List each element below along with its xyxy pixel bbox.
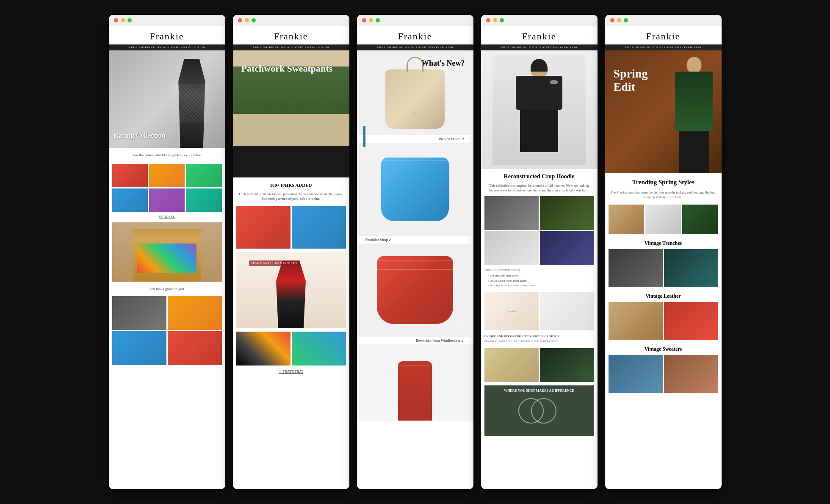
traffic-light-close-4[interactable] [486, 18, 490, 22]
mid-item-2[interactable] [540, 292, 594, 330]
box-flap [132, 229, 202, 239]
screen5-hero: Spring Edit [605, 50, 722, 173]
bullets: • 104 litres of water saved • 115 kg sav… [481, 273, 598, 291]
grid-item-5[interactable] [149, 188, 185, 212]
pleat-3 [357, 160, 473, 161]
hood [531, 59, 548, 72]
traffic-light-close-5[interactable] [610, 18, 614, 22]
traffic-light-close-2[interactable] [238, 18, 242, 22]
screen4-content: Frankie FREE SHIPPING ON ALL ORDERS OVER… [481, 26, 598, 489]
shoulder-strap-blue [363, 126, 365, 147]
legs [520, 110, 558, 152]
venn-text: WHERE YOU SHOP MAKES A DIFFERENCE [484, 389, 594, 393]
traffic-light-close[interactable] [114, 18, 118, 22]
pleat-1 [357, 147, 473, 148]
browser-chrome-4 [481, 15, 598, 26]
s2b-item-1[interactable] [236, 332, 290, 366]
screen2-full-img: HARVARD UNIVERSITY [236, 252, 346, 328]
sweater-item-1[interactable] [609, 355, 663, 393]
sweater-item-2[interactable] [664, 355, 718, 393]
leather-item-1[interactable] [609, 302, 663, 340]
brand-logo-2: Frankie [233, 31, 349, 42]
traffic-light-minimize-5[interactable] [617, 18, 621, 22]
traffic-light-maximize-2[interactable] [252, 18, 256, 22]
eco-item-4[interactable] [168, 331, 222, 365]
site-banner-5: FREE SHIPPING ON ALL ORDERS OVER $150 [605, 44, 722, 50]
screen2-bottom-grid [233, 330, 349, 367]
traffic-light-minimize-2[interactable] [245, 18, 249, 22]
browser-chrome-1 [109, 15, 225, 26]
frankie-label-img: Frankie [484, 292, 539, 330]
spring-jacket [675, 72, 713, 131]
product-title: UNIQUE AND RECONSTRUCTED HOODIE CROP TOP [484, 335, 594, 339]
annotation1: Pleated Detail ↗ [357, 135, 473, 143]
grid-item-4[interactable] [112, 188, 148, 212]
traffic-light-maximize-5[interactable] [624, 18, 628, 22]
s2b-item-2[interactable] [292, 332, 346, 366]
screen3-content: Frankie FREE SHIPPING ON ALL ORDERS OVER… [357, 26, 473, 489]
s5t-item-3[interactable] [682, 205, 718, 234]
whats-new-text: What's New? [421, 59, 465, 68]
hoodie-scene [492, 55, 586, 165]
site-banner-4: FREE SHIPPING ON ALL ORDERS OVER $150 [481, 44, 598, 50]
adidas-label: adidas [451, 324, 465, 328]
screen3-whats-new: What's New? ✓ [357, 50, 473, 135]
screen4-venn: WHERE YOU SHOP MAKES A DIFFERENCE [484, 385, 594, 436]
screen3-bag-red: adidas [357, 244, 473, 337]
screen1-view-all[interactable]: VIEW ALL [109, 213, 225, 221]
eco-item-2[interactable] [168, 296, 222, 330]
s4b-item-2[interactable] [540, 348, 594, 382]
leather-item-2[interactable] [664, 302, 718, 340]
traffic-light-maximize-4[interactable] [500, 18, 504, 22]
browser-chrome-3 [357, 15, 473, 26]
bag-bottom-red [398, 361, 432, 421]
s5t-item-2[interactable] [645, 205, 681, 234]
grid-item-3[interactable] [186, 164, 221, 187]
trench-item-2[interactable] [664, 249, 718, 287]
hoodie-figure-wrap [512, 59, 567, 165]
s4-item-4[interactable] [540, 231, 594, 265]
site-banner-2: FREE SHIPPING ON ALL ORDERS OVER $150 [233, 44, 349, 50]
product-section: UNIQUE AND RECONSTRUCTED HOODIE CROP TOP… [481, 332, 598, 346]
traffic-light-minimize-4[interactable] [493, 18, 497, 22]
s4-item-2[interactable] [540, 196, 594, 230]
s2-item-1[interactable] [236, 206, 290, 249]
bag-bottom-pleat [398, 366, 432, 366]
box-contents [137, 244, 196, 273]
browser-window-4: Frankie FREE SHIPPING ON ALL ORDERS OVER… [481, 15, 598, 489]
grid-item-2[interactable] [149, 164, 185, 187]
bag-red: adidas [377, 256, 453, 324]
eco-item-1[interactable] [112, 296, 166, 330]
mid-item-1[interactable]: Frankie [484, 292, 539, 330]
annotation2: Shoulder Strap ↙ [357, 236, 473, 244]
leather-images [605, 300, 722, 342]
trench-item-1[interactable] [609, 249, 663, 287]
traffic-light-minimize[interactable] [121, 18, 125, 22]
bullet-1: • 104 litres of water saved [488, 274, 591, 278]
screen5-content: Frankie FREE SHIPPING ON ALL ORDERS OVER… [605, 26, 722, 489]
s2-item-2[interactable] [292, 206, 346, 249]
grid-item-6[interactable] [186, 188, 221, 212]
screen2-content: Frankie FREE SHIPPING ON ALL ORDERS OVER… [233, 26, 349, 489]
traffic-light-maximize[interactable] [127, 18, 132, 22]
traffic-light-minimize-3[interactable] [369, 18, 373, 22]
screen4-mid-section: Frankie [481, 291, 598, 332]
s4-item-3[interactable] [484, 231, 539, 265]
site-header-1: Frankie [109, 26, 225, 44]
screen3-bag-blue [357, 143, 473, 236]
nike-logo: ✓ [413, 111, 417, 116]
spring-figure-wrap [673, 57, 715, 173]
venn-circle-2 [531, 398, 556, 424]
cardboard-box [133, 235, 201, 282]
eco-item-3[interactable] [112, 331, 166, 365]
screen4-bottom-grid [481, 346, 598, 384]
nike-mark [550, 80, 558, 84]
browser-chrome-5 [605, 15, 722, 26]
s4b-item-1[interactable] [484, 348, 539, 382]
traffic-light-close-3[interactable] [362, 18, 366, 22]
traffic-light-maximize-3[interactable] [376, 18, 380, 22]
grid-item-1[interactable] [112, 164, 148, 187]
brand-logo-5: Frankie [605, 31, 722, 42]
s5t-item-1[interactable] [609, 205, 644, 234]
s4-item-1[interactable] [484, 196, 539, 230]
